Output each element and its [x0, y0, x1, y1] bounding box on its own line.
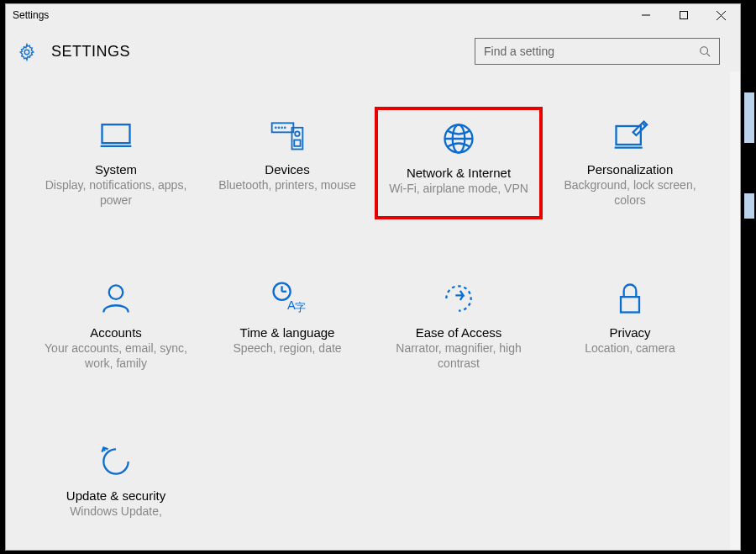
- svg-line-6: [707, 54, 711, 57]
- tile-description: Bluetooth, printers, mouse: [207, 178, 368, 193]
- tile-title: Time & language: [207, 325, 368, 340]
- update-icon: [35, 441, 197, 482]
- title-bar: Settings: [6, 4, 740, 26]
- tile-description: Background, lock screen, colors: [549, 178, 711, 208]
- svg-point-4: [24, 50, 29, 55]
- tile-accounts[interactable]: Accounts Your accounts, email, sync, wor…: [32, 270, 200, 383]
- search-box[interactable]: [475, 38, 720, 65]
- tile-description: Windows Update,: [35, 504, 197, 520]
- tile-title: Ease of Access: [378, 325, 539, 340]
- search-icon: [699, 45, 711, 57]
- search-input[interactable]: [484, 45, 699, 58]
- svg-rect-7: [102, 124, 130, 143]
- svg-line-3: [717, 11, 726, 20]
- minimize-button[interactable]: [627, 4, 664, 26]
- settings-grid: System Display, notifications, apps, pow…: [14, 107, 732, 531]
- personalization-icon: [549, 115, 711, 156]
- tile-description: Location, camera: [549, 341, 711, 356]
- tile-time-language[interactable]: A字 Time & language Speech, region, date: [203, 270, 371, 383]
- background-window-fragment: [744, 92, 754, 143]
- ease-of-access-icon: [378, 278, 539, 319]
- person-icon: [35, 278, 197, 319]
- tile-ease-of-access[interactable]: Ease of Access Narrator, magnifier, high…: [375, 270, 543, 383]
- page-title: SETTINGS: [51, 43, 130, 61]
- svg-rect-1: [680, 12, 687, 19]
- content-area: System Display, notifications, apps, pow…: [6, 73, 740, 548]
- tile-description: Wi-Fi, airplane mode, VPN: [381, 182, 536, 197]
- svg-line-2: [717, 11, 726, 20]
- devices-icon: [207, 115, 368, 156]
- window-title: Settings: [13, 9, 49, 21]
- tile-description: Display, notifications, apps, power: [35, 178, 197, 208]
- svg-point-12: [281, 127, 282, 128]
- maximize-button[interactable]: [664, 4, 702, 26]
- tile-privacy[interactable]: Privacy Location, camera: [546, 270, 714, 383]
- tile-description: Speech, region, date: [207, 341, 368, 356]
- tile-system[interactable]: System Display, notifications, apps, pow…: [32, 107, 200, 219]
- page-header: SETTINGS: [6, 26, 740, 73]
- display-icon: [35, 115, 197, 156]
- tile-description: Narrator, magnifier, high contrast: [378, 341, 539, 371]
- svg-rect-16: [294, 140, 300, 146]
- tile-title: Network & Internet: [381, 166, 536, 180]
- close-icon: [717, 11, 726, 20]
- tile-update-security[interactable]: Update & security Windows Update,: [32, 433, 200, 531]
- svg-text:字: 字: [295, 301, 306, 314]
- close-button[interactable]: [702, 4, 740, 26]
- settings-window: Settings SETTINGS: [5, 3, 741, 551]
- tile-title: Accounts: [35, 325, 197, 340]
- tile-description: Your accounts, email, sync, work, family: [35, 341, 197, 371]
- svg-point-5: [701, 47, 708, 55]
- tile-title: Privacy: [549, 325, 711, 340]
- tile-title: Update & security: [35, 488, 197, 503]
- minimize-icon: [642, 11, 650, 19]
- time-language-icon: A字: [207, 278, 368, 319]
- tile-personalization[interactable]: Personalization Background, lock screen,…: [546, 107, 714, 219]
- gear-icon: [18, 43, 36, 61]
- svg-point-23: [109, 285, 123, 299]
- tile-devices[interactable]: Devices Bluetooth, printers, mouse: [203, 107, 371, 219]
- svg-point-15: [295, 131, 300, 136]
- window-controls: [627, 4, 740, 26]
- lock-icon: [549, 278, 711, 319]
- maximize-icon: [680, 11, 688, 19]
- svg-rect-29: [621, 297, 639, 312]
- svg-point-11: [278, 127, 279, 128]
- svg-point-13: [285, 127, 286, 128]
- vertical-scrollbar[interactable]: [730, 71, 740, 550]
- svg-point-10: [276, 127, 276, 128]
- tile-title: System: [35, 162, 197, 177]
- tile-network[interactable]: Network & Internet Wi-Fi, airplane mode,…: [375, 107, 543, 219]
- globe-icon: [381, 119, 536, 159]
- tile-title: Personalization: [549, 162, 711, 177]
- tile-title: Devices: [207, 162, 368, 177]
- background-window-fragment: [744, 193, 754, 219]
